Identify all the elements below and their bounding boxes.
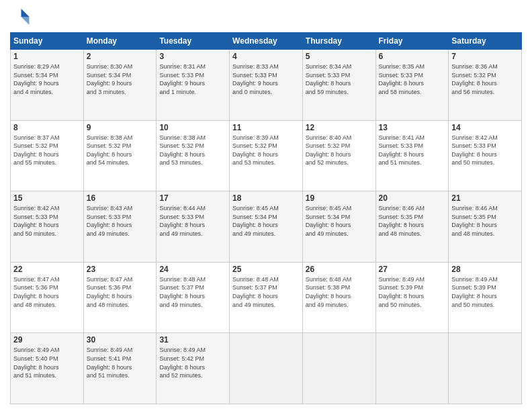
day-details: Sunrise: 8:33 AM Sunset: 5:33 PM Dayligh… [232,62,300,96]
day-details: Sunrise: 8:38 AM Sunset: 5:32 PM Dayligh… [159,134,226,167]
page-container: SundayMondayTuesdayWednesdayThursdayFrid… [0,0,532,411]
day-number: 27 [379,265,446,274]
day-number: 31 [159,335,226,345]
calendar-cell: 21Sunrise: 8:46 AM Sunset: 5:35 PM Dayli… [449,191,522,263]
day-number: 21 [451,193,519,203]
calendar-cell: 14Sunrise: 8:42 AM Sunset: 5:33 PM Dayli… [449,120,522,191]
calendar-week-row: 15Sunrise: 8:42 AM Sunset: 5:33 PM Dayli… [11,191,522,263]
calendar-cell: 15Sunrise: 8:42 AM Sunset: 5:33 PM Dayli… [11,191,84,263]
calendar-cell: 19Sunrise: 8:45 AM Sunset: 5:34 PM Dayli… [302,191,375,263]
calendar-cell: 30Sunrise: 8:49 AM Sunset: 5:41 PM Dayli… [83,333,157,404]
day-number: 7 [451,52,519,61]
calendar-cell: 7Sunrise: 8:36 AM Sunset: 5:32 PM Daylig… [449,50,522,121]
calendar-week-row: 1Sunrise: 8:29 AM Sunset: 5:34 PM Daylig… [11,50,522,121]
day-number: 25 [232,265,300,274]
day-number: 14 [451,123,519,132]
day-details: Sunrise: 8:49 AM Sunset: 5:40 PM Dayligh… [13,346,81,379]
day-details: Sunrise: 8:48 AM Sunset: 5:38 PM Dayligh… [306,275,373,309]
calendar-cell: 9Sunrise: 8:38 AM Sunset: 5:32 PM Daylig… [83,120,157,191]
day-number: 8 [13,123,81,132]
day-details: Sunrise: 8:46 AM Sunset: 5:35 PM Dayligh… [379,204,446,238]
day-details: Sunrise: 8:40 AM Sunset: 5:32 PM Dayligh… [306,134,373,167]
day-details: Sunrise: 8:48 AM Sunset: 5:37 PM Dayligh… [159,275,226,309]
day-number: 18 [232,193,300,203]
day-number: 10 [159,123,226,132]
calendar-cell: 25Sunrise: 8:48 AM Sunset: 5:37 PM Dayli… [230,262,303,333]
header [10,7,522,27]
calendar-cell [230,333,303,404]
calendar-cell: 13Sunrise: 8:41 AM Sunset: 5:33 PM Dayli… [375,120,449,191]
logo-icon [10,7,30,27]
weekday-header-monday: Monday [83,33,157,50]
calendar-cell: 22Sunrise: 8:47 AM Sunset: 5:36 PM Dayli… [11,262,84,333]
day-details: Sunrise: 8:45 AM Sunset: 5:34 PM Dayligh… [306,204,373,238]
weekday-header-wednesday: Wednesday [230,33,303,50]
day-number: 3 [159,52,226,61]
day-number: 15 [13,193,81,203]
calendar-cell: 5Sunrise: 8:34 AM Sunset: 5:33 PM Daylig… [302,50,375,121]
calendar-cell: 26Sunrise: 8:48 AM Sunset: 5:38 PM Dayli… [302,262,375,333]
calendar-table: SundayMondayTuesdayWednesdayThursdayFrid… [10,32,522,404]
calendar-week-row: 8Sunrise: 8:37 AM Sunset: 5:32 PM Daylig… [11,120,522,191]
day-details: Sunrise: 8:36 AM Sunset: 5:32 PM Dayligh… [451,62,519,96]
logo [10,7,33,27]
weekday-header-sunday: Sunday [11,33,84,50]
day-details: Sunrise: 8:47 AM Sunset: 5:36 PM Dayligh… [13,275,81,309]
calendar-cell: 12Sunrise: 8:40 AM Sunset: 5:32 PM Dayli… [302,120,375,191]
day-number: 29 [13,335,81,345]
calendar-cell: 24Sunrise: 8:48 AM Sunset: 5:37 PM Dayli… [157,262,230,333]
day-number: 19 [306,193,373,203]
calendar-cell: 23Sunrise: 8:47 AM Sunset: 5:36 PM Dayli… [83,262,157,333]
day-number: 6 [379,52,446,61]
weekday-header-friday: Friday [375,33,449,50]
day-number: 1 [13,52,81,61]
day-details: Sunrise: 8:49 AM Sunset: 5:42 PM Dayligh… [159,346,226,379]
weekday-header-thursday: Thursday [302,33,375,50]
svg-marker-1 [21,17,30,25]
calendar-cell: 8Sunrise: 8:37 AM Sunset: 5:32 PM Daylig… [11,120,84,191]
calendar-cell [449,333,522,404]
day-details: Sunrise: 8:38 AM Sunset: 5:32 PM Dayligh… [87,134,154,167]
calendar-cell: 20Sunrise: 8:46 AM Sunset: 5:35 PM Dayli… [375,191,449,263]
calendar-cell: 27Sunrise: 8:49 AM Sunset: 5:39 PM Dayli… [375,262,449,333]
weekday-header-tuesday: Tuesday [157,33,230,50]
day-number: 5 [306,52,373,61]
day-details: Sunrise: 8:45 AM Sunset: 5:34 PM Dayligh… [232,204,300,238]
calendar-cell: 29Sunrise: 8:49 AM Sunset: 5:40 PM Dayli… [11,333,84,404]
day-details: Sunrise: 8:31 AM Sunset: 5:33 PM Dayligh… [159,62,226,96]
day-details: Sunrise: 8:35 AM Sunset: 5:33 PM Dayligh… [379,62,446,96]
day-details: Sunrise: 8:46 AM Sunset: 5:35 PM Dayligh… [451,204,519,238]
calendar-cell: 6Sunrise: 8:35 AM Sunset: 5:33 PM Daylig… [375,50,449,121]
day-details: Sunrise: 8:49 AM Sunset: 5:41 PM Dayligh… [87,346,154,379]
calendar-week-row: 29Sunrise: 8:49 AM Sunset: 5:40 PM Dayli… [11,333,522,404]
day-details: Sunrise: 8:37 AM Sunset: 5:32 PM Dayligh… [13,134,81,167]
day-number: 17 [159,193,226,203]
calendar-cell: 31Sunrise: 8:49 AM Sunset: 5:42 PM Dayli… [157,333,230,404]
day-number: 24 [159,265,226,274]
day-details: Sunrise: 8:42 AM Sunset: 5:33 PM Dayligh… [13,204,81,238]
day-details: Sunrise: 8:44 AM Sunset: 5:33 PM Dayligh… [159,204,226,238]
calendar-cell: 18Sunrise: 8:45 AM Sunset: 5:34 PM Dayli… [230,191,303,263]
day-number: 26 [306,265,373,274]
day-details: Sunrise: 8:43 AM Sunset: 5:33 PM Dayligh… [87,204,154,238]
calendar-cell: 28Sunrise: 8:49 AM Sunset: 5:39 PM Dayli… [449,262,522,333]
calendar-cell [375,333,449,404]
calendar-cell: 10Sunrise: 8:38 AM Sunset: 5:32 PM Dayli… [157,120,230,191]
day-details: Sunrise: 8:41 AM Sunset: 5:33 PM Dayligh… [379,134,446,167]
day-number: 11 [232,123,300,132]
day-number: 4 [232,52,300,61]
day-number: 2 [87,52,154,61]
day-number: 28 [451,265,519,274]
day-details: Sunrise: 8:49 AM Sunset: 5:39 PM Dayligh… [379,275,446,309]
day-details: Sunrise: 8:49 AM Sunset: 5:39 PM Dayligh… [451,275,519,309]
day-number: 12 [306,123,373,132]
calendar-cell: 11Sunrise: 8:39 AM Sunset: 5:32 PM Dayli… [230,120,303,191]
calendar-cell: 3Sunrise: 8:31 AM Sunset: 5:33 PM Daylig… [157,50,230,121]
calendar-week-row: 22Sunrise: 8:47 AM Sunset: 5:36 PM Dayli… [11,262,522,333]
day-number: 23 [87,265,154,274]
calendar-cell: 2Sunrise: 8:30 AM Sunset: 5:34 PM Daylig… [83,50,157,121]
day-number: 9 [87,123,154,132]
svg-marker-0 [21,9,30,17]
day-details: Sunrise: 8:34 AM Sunset: 5:33 PM Dayligh… [306,62,373,96]
calendar-cell: 1Sunrise: 8:29 AM Sunset: 5:34 PM Daylig… [11,50,84,121]
